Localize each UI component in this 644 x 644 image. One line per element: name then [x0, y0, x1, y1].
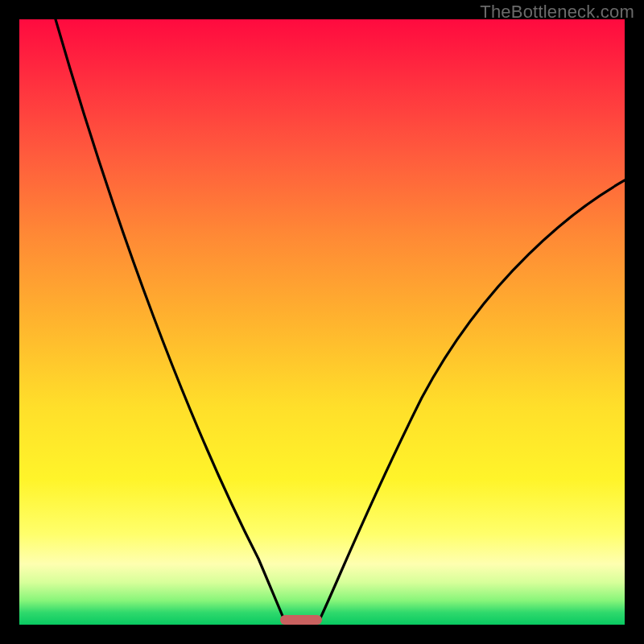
- minimum-marker: [280, 615, 322, 625]
- curve-left-branch: [56, 19, 285, 621]
- watermark-text: TheBottleneck.com: [480, 2, 634, 23]
- plot-area: [19, 19, 625, 625]
- curve-right-branch: [319, 180, 625, 621]
- curve-layer: [19, 19, 625, 625]
